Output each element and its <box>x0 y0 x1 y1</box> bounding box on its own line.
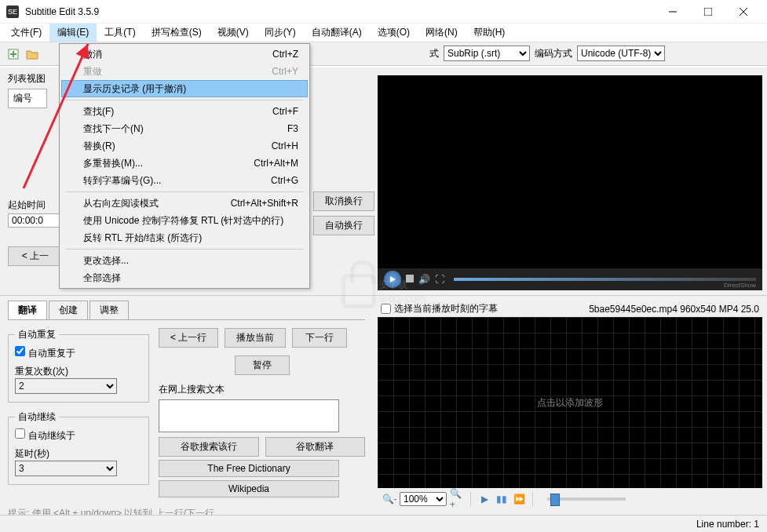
google-translate-button[interactable]: 谷歌翻译 <box>265 437 366 457</box>
repeat-count-label: 重复次数(次) <box>15 365 142 378</box>
waveform-view-icon[interactable]: ▮▮ <box>495 492 509 506</box>
select-current-subtitle-checkbox[interactable]: 选择当前播放时刻的字幕 <box>381 302 498 315</box>
repeat-count-select[interactable]: 2 <box>15 378 117 394</box>
media-controls: 🔊 ⛶ DirectShow <box>378 268 762 290</box>
app-icon: SE <box>6 5 19 18</box>
delay-select[interactable]: 3 <box>15 461 117 476</box>
menu-separator <box>66 191 303 192</box>
menu-find-next[interactable]: 查找下一个(N)F3 <box>61 120 308 137</box>
column-number[interactable]: 编号 <box>8 89 47 108</box>
menu-options[interactable]: 选项(O) <box>370 24 418 42</box>
menu-separator <box>66 249 303 250</box>
menu-video[interactable]: 视频(V) <box>210 24 257 42</box>
menu-show-history[interactable]: 显示历史记录 (用于撤消) <box>61 80 308 97</box>
video-display[interactable]: 取消换行 自动换行 <box>378 75 762 268</box>
auto-continue-group: 自动继续 自动继续于 延时(秒) 3 <box>8 410 149 485</box>
zoom-slider[interactable] <box>547 497 626 501</box>
menu-multi-replace[interactable]: 多重替换(M)...Ctrl+Alt+M <box>61 155 308 172</box>
mode-tabs: 翻译 创建 调整 <box>8 301 365 320</box>
pause-button[interactable]: 暂停 <box>235 355 290 375</box>
menu-edit[interactable]: 编辑(E) <box>49 24 97 42</box>
web-search-input[interactable] <box>159 399 339 432</box>
start-time-input[interactable]: 00:00:0 <box>8 213 63 228</box>
menu-bar: 文件(F) 编辑(E) 工具(T) 拼写检查(S) 视频(V) 同步(Y) 自动… <box>0 24 767 42</box>
tab-translate[interactable]: 翻译 <box>8 301 47 319</box>
window-title: Subtitle Edit 3.5.9 <box>25 6 655 17</box>
menu-autotranslate[interactable]: 自动翻译(A) <box>304 24 370 42</box>
open-file-icon[interactable] <box>24 46 41 63</box>
encoding-label: 编码方式 <box>535 47 572 60</box>
auto-wrap-button[interactable]: 自动换行 <box>313 216 374 235</box>
close-button[interactable] <box>725 1 761 23</box>
menu-rtl-fix[interactable]: 使用 Unicode 控制字符修复 RTL (针对选中的行) <box>61 212 308 229</box>
waveform-placeholder: 点击以添加波形 <box>537 396 603 410</box>
web-search-label: 在网上搜索文本 <box>159 383 365 396</box>
video-panel: 取消换行 自动换行 🔊 ⛶ DirectShow <box>378 72 762 290</box>
play-waveform-icon[interactable]: ▶ <box>477 492 491 506</box>
menu-find[interactable]: 查找(F)Ctrl+F <box>61 103 308 120</box>
format-select[interactable]: SubRip (.srt) <box>444 46 530 61</box>
fullscreen-icon[interactable]: ⛶ <box>435 274 444 285</box>
free-dictionary-button[interactable]: The Free Dictionary <box>159 460 339 477</box>
menu-file[interactable]: 文件(F) <box>3 24 49 42</box>
prev-line-partial-button[interactable]: < 上一 <box>8 246 63 266</box>
cancel-wrap-button[interactable]: 取消换行 <box>313 191 374 211</box>
seek-slider[interactable] <box>454 278 756 281</box>
menu-select-all[interactable]: 全部选择 <box>61 269 308 286</box>
waveform-display[interactable]: 点击以添加波形 <box>378 317 762 488</box>
encoding-select[interactable]: Unicode (UTF-8) <box>577 46 665 61</box>
menu-help[interactable]: 帮助(H) <box>466 24 513 42</box>
menu-rtl-toggle[interactable]: 反转 RTL 开始/结束 (所选行) <box>61 229 308 246</box>
delay-label: 延时(秒) <box>15 447 142 461</box>
menu-replace[interactable]: 替换(R)Ctrl+H <box>61 137 308 155</box>
tab-create[interactable]: 创建 <box>49 301 88 319</box>
play-icon[interactable] <box>384 271 401 288</box>
edit-dropdown: 撤消Ctrl+Z 重做Ctrl+Y 显示历史记录 (用于撤消) 查找(F)Ctr… <box>59 43 310 289</box>
status-bar: Line number: 1 <box>0 515 767 532</box>
menu-network[interactable]: 网络(N) <box>418 24 466 42</box>
new-file-icon[interactable] <box>5 46 22 63</box>
menu-goto-number[interactable]: 转到字幕编号(G)...Ctrl+G <box>61 172 308 189</box>
svg-rect-1 <box>704 8 712 16</box>
zoom-out-icon[interactable]: 🔍- <box>382 492 396 506</box>
title-bar: SE Subtitle Edit 3.5.9 <box>0 0 767 24</box>
auto-continue-checkbox[interactable]: 自动继续于 <box>15 430 75 441</box>
menu-tools[interactable]: 工具(T) <box>97 24 143 42</box>
menu-separator <box>66 100 303 100</box>
menu-spellcheck[interactable]: 拼写检查(S) <box>144 24 210 42</box>
menu-redo[interactable]: 重做Ctrl+Y <box>61 63 308 80</box>
fast-forward-icon[interactable]: ⏩ <box>512 492 526 506</box>
volume-icon[interactable]: 🔊 <box>418 274 430 285</box>
menu-undo[interactable]: 撤消Ctrl+Z <box>61 46 308 63</box>
menu-rtl-mode[interactable]: 从右向左阅读模式Ctrl+Alt+Shift+R <box>61 195 308 212</box>
directshow-label: DirectShow <box>724 282 756 289</box>
tab-adjust[interactable]: 调整 <box>89 301 129 319</box>
wikipedia-button[interactable]: Wikipedia <box>159 480 339 497</box>
auto-repeat-group: 自动重复 自动重复于 重复次数(次) 2 <box>8 328 149 403</box>
zoom-select[interactable]: 100% <box>400 492 447 506</box>
svg-rect-8 <box>406 275 414 282</box>
zoom-in-icon[interactable]: 🔍+ <box>450 492 464 506</box>
stop-icon[interactable] <box>406 274 414 285</box>
prev-line-button[interactable]: < 上一行 <box>159 328 218 348</box>
menu-change-selection[interactable]: 更改选择... <box>61 252 308 269</box>
play-current-button[interactable]: 播放当前 <box>225 328 286 348</box>
menu-sync[interactable]: 同步(Y) <box>257 24 304 42</box>
google-search-button[interactable]: 谷歌搜索该行 <box>159 437 259 457</box>
file-info: 5bae59445e0ec.mp4 960x540 MP4 25.0 <box>589 304 759 315</box>
line-number-status: Line number: 1 <box>696 519 759 530</box>
next-line-button[interactable]: 下一行 <box>292 328 347 348</box>
format-label: 式 <box>429 47 439 60</box>
maximize-button[interactable] <box>690 1 725 23</box>
minimize-button[interactable] <box>655 1 690 23</box>
auto-repeat-checkbox[interactable]: 自动重复于 <box>15 348 75 359</box>
waveform-toolbar: 🔍- 100% 🔍+ ▶ ▮▮ ⏩ <box>378 488 762 510</box>
